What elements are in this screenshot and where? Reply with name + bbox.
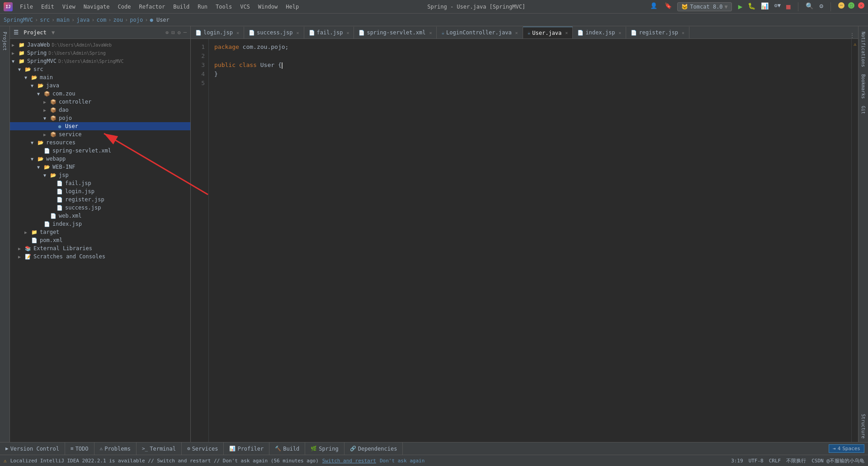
tree-item-src[interactable]: ▼ 📂 src xyxy=(10,65,190,73)
close-tab-logincontroller[interactable]: ✕ xyxy=(515,30,518,35)
breadcrumb-user[interactable]: ● User xyxy=(150,17,169,23)
breadcrumb-springmvc[interactable]: SpringMVC xyxy=(4,17,33,23)
code-editor[interactable]: 1 2 3 4 5 package com.zou.pojo; public c… xyxy=(191,39,858,442)
coverage-button[interactable]: 📊 xyxy=(761,2,769,11)
project-icon-sidebar[interactable]: Project xyxy=(1,28,8,54)
collapse-icon[interactable]: ⊟ xyxy=(171,29,175,36)
breadcrumb-java[interactable]: java xyxy=(76,17,90,23)
menu-code[interactable]: Code xyxy=(114,3,135,11)
tree-item-service[interactable]: ▶ 📦 service xyxy=(10,130,190,138)
breadcrumb-main[interactable]: main xyxy=(57,17,70,23)
close-tab-registerjsp[interactable]: ✕ xyxy=(682,30,684,35)
menu-view[interactable]: View xyxy=(59,3,79,11)
tree-item-resources[interactable]: ▼ 📂 resources xyxy=(10,138,190,147)
bottom-tab-versioncontrol[interactable]: ▶ Version Control xyxy=(0,442,65,455)
close-tab-springservletxml[interactable]: ✕ xyxy=(429,30,432,35)
bottom-tab-spring[interactable]: 🌿 Spring xyxy=(305,442,344,455)
debug-button[interactable]: 🐛 xyxy=(748,2,755,11)
tab-indexjsp[interactable]: 📄 index.jsp ✕ xyxy=(573,27,626,38)
menu-build[interactable]: Build xyxy=(170,3,193,11)
bottom-tab-terminal[interactable]: >_ Terminal xyxy=(137,442,182,455)
close-tab-indexjsp[interactable]: ✕ xyxy=(618,30,621,35)
tree-item-main[interactable]: ▼ 📂 main xyxy=(10,73,190,81)
bottom-tab-dependencies[interactable]: 🔗 Dependencies xyxy=(344,442,403,455)
tab-userjava[interactable]: ☕ User.java ✕ xyxy=(523,27,573,38)
menu-vcs[interactable]: VCS xyxy=(236,3,254,11)
tree-item-jsp[interactable]: ▼ 📂 jsp xyxy=(10,171,190,179)
run-config-selector[interactable]: 🐱 Tomcat 8.0 ▼ xyxy=(677,2,731,11)
notifications-panel[interactable]: Notifications xyxy=(860,28,867,71)
tree-item-scratches[interactable]: ▶ 📝 Scratches and Consoles xyxy=(10,252,190,261)
tree-item-springservlet[interactable]: 📄 spring-servlet.xml xyxy=(10,147,190,155)
tree-item-controller[interactable]: ▶ 📦 controller xyxy=(10,98,190,106)
bottom-tab-services[interactable]: ⚙ Services xyxy=(182,442,224,455)
tab-successjsp[interactable]: 📄 success.jsp ✕ xyxy=(244,27,304,38)
menu-refactor[interactable]: Refactor xyxy=(135,3,169,11)
tab-loginjsp[interactable]: 📄 login.jsp ✕ xyxy=(191,27,244,38)
breadcrumb-pojo[interactable]: pojo xyxy=(130,17,143,23)
git-panel[interactable]: Git xyxy=(860,102,867,118)
breadcrumb-src[interactable]: src xyxy=(40,17,50,23)
close-tab-userjava[interactable]: ✕ xyxy=(565,30,568,35)
stop-button[interactable]: ■ xyxy=(786,2,791,11)
tree-item-failjsp[interactable]: 📄 fail.jsp xyxy=(10,179,190,187)
locate-icon[interactable]: ⊕ xyxy=(165,29,169,36)
minimize-button[interactable]: ─ xyxy=(838,2,844,9)
bottom-tab-profiler[interactable]: 📊 Profiler xyxy=(224,442,269,455)
menu-help[interactable]: Help xyxy=(282,3,302,11)
tree-item-user[interactable]: ● User xyxy=(10,122,190,130)
switch-restart-link[interactable]: Switch and restart xyxy=(322,458,376,464)
close-button[interactable]: ✕ xyxy=(858,2,864,9)
close-tab-loginjsp[interactable]: ✕ xyxy=(236,30,239,35)
menu-edit[interactable]: Edit xyxy=(38,3,58,11)
structure-panel[interactable]: Structure xyxy=(860,410,867,442)
profile-icon[interactable]: 👤 xyxy=(650,2,657,11)
tree-item-comzou[interactable]: ▼ 📦 com.zou xyxy=(10,90,190,98)
settings-icon[interactable]: ⚙ xyxy=(820,2,823,11)
tree-item-java[interactable]: ▼ 📂 java xyxy=(10,81,190,90)
tab-springservletxml[interactable]: 📄 spring-servlet.xml ✕ xyxy=(354,27,437,38)
close-tab-successjsp[interactable]: ✕ xyxy=(297,30,299,35)
menu-run[interactable]: Run xyxy=(194,3,211,11)
panel-minimize-icon[interactable]: ─ xyxy=(184,29,187,36)
tree-item-successjsp[interactable]: 📄 success.jsp xyxy=(10,204,190,212)
menu-navigate[interactable]: Navigate xyxy=(80,3,113,11)
code-content[interactable]: package com.zou.pojo; public class User … xyxy=(209,39,851,442)
bottom-tab-build[interactable]: 🔨 Build xyxy=(269,442,305,455)
tree-item-pomxml[interactable]: 📄 pom.xml xyxy=(10,236,190,244)
tree-item-webxml[interactable]: 📄 web.xml xyxy=(10,212,190,220)
tree-item-extlib[interactable]: ▶ 📚 External Libraries xyxy=(10,244,190,252)
tab-list-icon[interactable]: ⋮ xyxy=(849,32,855,38)
tab-spaces-indicator[interactable]: ⇥ 4 Spaces xyxy=(829,444,864,453)
bottom-tab-todo[interactable]: ≡ TODO xyxy=(65,442,94,455)
tab-registerjsp[interactable]: 📄 register.jsp ✕ xyxy=(626,27,689,38)
tree-item-webinf[interactable]: ▼ 📂 WEB-INF xyxy=(10,163,190,171)
bottom-tab-problems[interactable]: ⚠ Problems xyxy=(94,442,137,455)
bookmark-icon[interactable]: 🔖 xyxy=(665,2,672,11)
tree-item-webapp[interactable]: ▼ 📂 webapp xyxy=(10,155,190,163)
tree-item-springmvcroot[interactable]: ▼ 📁 SpringMVC D:\Users\Admin\SpringMVC xyxy=(10,57,190,65)
tab-failjsp[interactable]: 📄 fail.jsp ✕ xyxy=(304,27,354,38)
dont-ask-link[interactable]: Don't ask again xyxy=(380,458,425,464)
tree-item-javawebroot[interactable]: ▶ 📁 JavaWeb D:\Users\Admin\JavaWeb xyxy=(10,41,190,49)
panel-settings-icon[interactable]: ⚙ xyxy=(178,29,181,36)
menu-file[interactable]: File xyxy=(16,3,37,11)
tree-item-target[interactable]: ▶ 📁 target xyxy=(10,228,190,236)
tree-item-dao[interactable]: ▶ 📦 dao xyxy=(10,106,190,114)
run-button[interactable]: ▶ xyxy=(738,2,743,11)
tree-item-pojo[interactable]: ▼ 📦 pojo xyxy=(10,114,190,122)
search-everywhere-icon[interactable]: 🔍 xyxy=(806,2,813,11)
tree-item-loginjsp[interactable]: 📄 login.jsp xyxy=(10,187,190,195)
menu-tools[interactable]: Tools xyxy=(212,3,236,11)
menu-window[interactable]: Window xyxy=(255,3,281,11)
tab-logincontroller[interactable]: ☕ LoginController.java ✕ xyxy=(437,27,523,38)
tree-item-registerjsp[interactable]: 📄 register.jsp xyxy=(10,195,190,204)
tree-item-springroot[interactable]: ▶ 📁 Spring D:\Users\Admin\Spring xyxy=(10,49,190,57)
close-tab-failjsp[interactable]: ✕ xyxy=(346,30,349,35)
tree-item-indexjsp[interactable]: 📄 index.jsp xyxy=(10,220,190,228)
breadcrumb-zou[interactable]: zou xyxy=(113,17,123,23)
bookmarks-panel[interactable]: Bookmarks xyxy=(860,71,867,102)
maximize-button[interactable]: □ xyxy=(848,2,854,9)
breadcrumb-com[interactable]: com xyxy=(96,17,106,23)
more-run-button[interactable]: ⚙▼ xyxy=(774,2,780,11)
